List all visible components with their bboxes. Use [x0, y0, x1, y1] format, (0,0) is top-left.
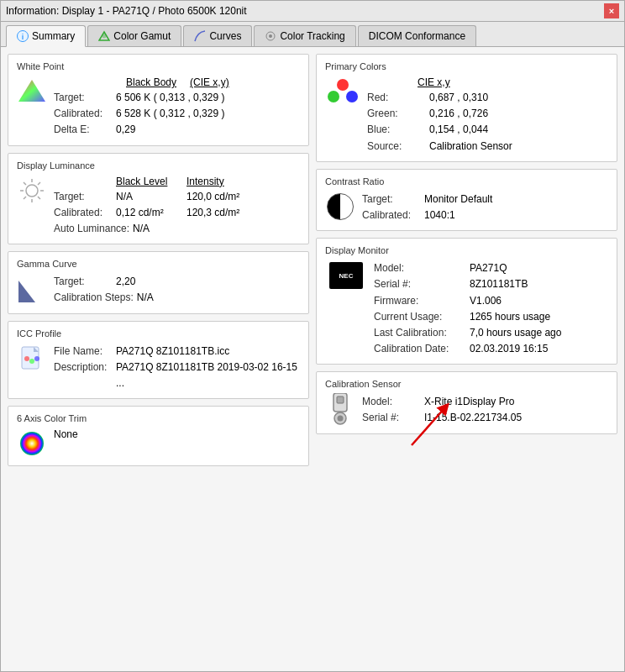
monitor-lastcal-value: 7,0 hours usage ago [470, 325, 561, 341]
lum-target-col2: 120,0 cd/m² [186, 189, 239, 205]
tab-dicom[interactable]: DICOM Conformance [358, 25, 476, 46]
gamma-icon [18, 276, 45, 302]
six-axis-panel: 6 Axis Color Trim [8, 406, 309, 466]
lum-col1-header: Black Level [116, 176, 183, 187]
lum-col2-header: Intensity [186, 176, 224, 187]
icc-info: File Name: PA271Q 8Z101181TB.icc Descrip… [54, 344, 300, 392]
sensor-model-row: Model: X-Rite i1Display Pro [362, 394, 608, 410]
title-bar: Information: Display 1 - PA271Q / Photo … [0, 0, 625, 22]
primary-source-row: Source: Calibration Sensor [367, 139, 608, 155]
monitor-model-row: Model: PA271Q [374, 260, 608, 276]
svg-point-26 [338, 416, 344, 422]
main-container: i Summary Color Gamut Curves Color Tr [0, 22, 625, 672]
gamma-target-value: 2,20 [116, 274, 135, 290]
primary-green-row: Green: 0,216 , 0,726 [367, 106, 608, 122]
contrast-inner: Target: Monitor Default Calibrated: 1040… [325, 192, 608, 223]
monitor-firmware-row: Firmware: V1.006 [374, 293, 608, 309]
white-point-info: Black Body (CIE x,y) Target: 6 506 K ( 0… [54, 76, 300, 139]
svg-marker-6 [18, 80, 45, 102]
sensor-serial-value: I1-15.B-02.221734.05 [424, 410, 522, 426]
wp-calibrated-label: Calibrated: [54, 106, 113, 122]
contrast-calibrated-row: Calibrated: 1040:1 [362, 207, 608, 223]
primary-colors-title: Primary Colors [325, 61, 608, 71]
primary-green-value: 0,216 , 0,726 [429, 106, 488, 122]
calibration-sensor-title: Calibration Sensor [325, 379, 608, 389]
icc-filename-row: File Name: PA271Q 8Z101181TB.icc [54, 344, 300, 360]
monitor-firmware-label: Firmware: [374, 293, 466, 309]
contrast-icon-area [325, 192, 355, 222]
left-column: White Point [8, 54, 309, 664]
tab-dicom-label: DICOM Conformance [369, 30, 465, 42]
wp-deltae-value: 0,29 [116, 122, 135, 138]
lum-calibrated-col2: 120,3 cd/m² [186, 205, 239, 221]
monitor-firmware-value: V1.006 [470, 293, 502, 309]
icc-inner: File Name: PA271Q 8Z101181TB.icc Descrip… [17, 344, 300, 392]
primary-colors-icon-area [325, 76, 360, 107]
window-title: Information: Display 1 - PA271Q / Photo … [6, 5, 247, 17]
tab-curves[interactable]: Curves [183, 25, 252, 46]
sensor-serial-label: Serial #: [362, 410, 421, 426]
icc-description-value: PA271Q 8Z101181TB 2019-03-02 16-15 ... [116, 360, 300, 391]
icc-icon-area [17, 344, 47, 374]
white-point-icon-area [17, 76, 47, 107]
svg-point-19 [24, 356, 29, 361]
right-column: Primary Colors CIE x,y [316, 54, 617, 664]
monitor-info: Model: PA271Q Serial #: 8Z101181TB Firmw… [374, 260, 608, 357]
icc-filename-value: PA271Q 8Z101181TB.icc [116, 344, 229, 360]
contrast-target-label: Target: [362, 192, 421, 207]
gamma-curve-panel: Gamma Curve Target: 2,20 Calibration [8, 251, 309, 313]
tracking-icon [265, 30, 276, 42]
lum-auto-value: N/A [133, 221, 150, 237]
contrast-calibrated-label: Calibrated: [362, 207, 421, 223]
primary-colors-header: CIE x,y [418, 76, 450, 88]
six-axis-inner: None [17, 428, 300, 459]
monitor-usage-row: Current Usage: 1265 hours usage [374, 309, 608, 325]
icc-description-row: Description: PA271Q 8Z101181TB 2019-03-0… [54, 360, 300, 391]
sensor-inner: Model: X-Rite i1Display Pro Serial #: I1… [325, 394, 608, 426]
calibration-sensor-panel: Calibration Sensor Model: [316, 371, 617, 433]
primary-green-label: Green: [367, 106, 426, 122]
content-area: White Point [1, 47, 624, 671]
gamma-steps-label: Calibration Steps: [54, 290, 134, 306]
gamma-steps-value: N/A [137, 290, 154, 306]
gamma-steps-row: Calibration Steps: N/A [54, 290, 300, 306]
white-point-title: White Point [17, 61, 300, 71]
monitor-model-label: Model: [374, 260, 466, 276]
primary-blue-label: Blue: [367, 122, 426, 138]
contrast-info: Target: Monitor Default Calibrated: 1040… [362, 192, 608, 223]
primary-red-label: Red: [367, 90, 426, 106]
svg-line-15 [24, 197, 26, 199]
gamma-target-label: Target: [54, 274, 113, 290]
lum-calibrated-label: Calibrated: [54, 205, 113, 221]
tab-summary[interactable]: i Summary [6, 25, 86, 47]
svg-text:i: i [22, 33, 24, 41]
blue-dot [346, 91, 358, 102]
monitor-lastcal-row: Last Calibration: 7,0 hours usage ago [374, 325, 608, 341]
primary-red-value: 0,687 , 0,310 [429, 90, 488, 106]
icc-profile-panel: ICC Profile File Name: [8, 321, 309, 400]
display-luminance-title: Display Luminance [17, 160, 300, 171]
contrast-icon [327, 193, 354, 220]
tab-color-gamut[interactable]: Color Gamut [87, 25, 181, 46]
icc-profile-title: ICC Profile [17, 328, 300, 339]
display-monitor-panel: Display Monitor NEC Model: PA271Q Serial… [316, 238, 617, 365]
sensor-serial-row: Serial #: I1-15.B-02.221734.05 [362, 410, 608, 426]
monitor-caldate-row: Calibration Date: 02.03.2019 16:15 [374, 341, 608, 357]
contrast-target-row: Target: Monitor Default [362, 192, 608, 207]
close-button[interactable]: × [604, 3, 619, 18]
sun-icon-area [17, 176, 47, 206]
wp-target-row: Target: 6 506 K ( 0,313 , 0,329 ) [54, 90, 300, 106]
primary-source-value: Calibration Sensor [429, 139, 512, 155]
contrast-target-value: Monitor Default [424, 192, 492, 207]
gamma-icon-area [17, 274, 47, 304]
icc-filename-label: File Name: [54, 344, 113, 360]
tab-color-tracking[interactable]: Color Tracking [254, 25, 355, 46]
wp-deltae-label: Delta E: [54, 122, 113, 138]
white-point-inner: Black Body (CIE x,y) Target: 6 506 K ( 0… [17, 76, 300, 139]
monitor-usage-value: 1265 hours usage [470, 309, 550, 325]
display-monitor-title: Display Monitor [325, 245, 608, 255]
svg-rect-24 [337, 396, 344, 403]
sensor-info: Model: X-Rite i1Display Pro Serial #: I1… [362, 394, 608, 426]
gamut-icon [98, 30, 110, 42]
contrast-ratio-title: Contrast Ratio [325, 176, 608, 186]
